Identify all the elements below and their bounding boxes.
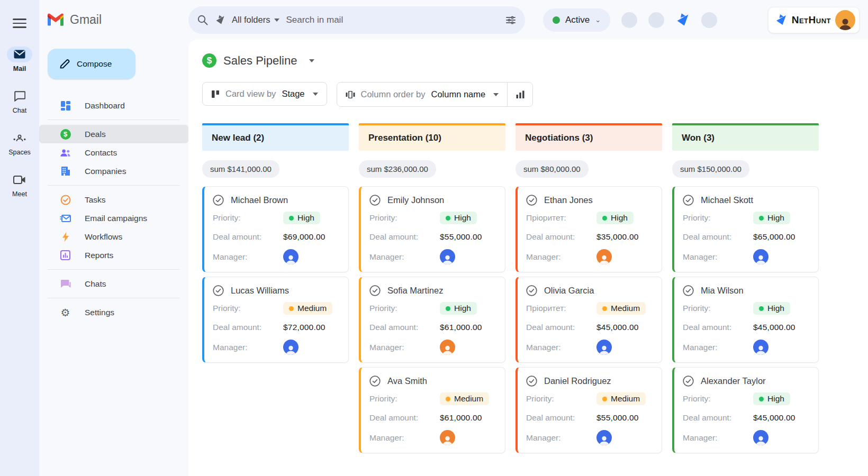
manager-label: Manager: bbox=[369, 433, 440, 443]
sidebar-item-deals[interactable]: $ Deals bbox=[39, 125, 188, 143]
deal-amount-label: Deal amount: bbox=[213, 232, 283, 242]
priority-label: Пріоритет: bbox=[526, 213, 596, 223]
priority-badge: High bbox=[440, 302, 477, 315]
deal-card[interactable]: Ava SmithPriority:MediumDeal amount:$61,… bbox=[359, 367, 505, 453]
gmail-logo[interactable]: Gmail bbox=[39, 13, 188, 27]
sidebar-item-email-campaigns[interactable]: Email campaigns bbox=[39, 209, 188, 227]
priority-value: High bbox=[767, 394, 784, 404]
nethunt-filter-icon[interactable] bbox=[215, 15, 225, 25]
manager-label: Manager: bbox=[213, 343, 283, 352]
priority-value: High bbox=[611, 213, 628, 223]
check-circle-icon[interactable] bbox=[683, 285, 694, 296]
status-dropdown[interactable]: Active ⌄ bbox=[543, 8, 610, 32]
check-circle-icon[interactable] bbox=[369, 376, 381, 387]
deal-amount-label: Deal amount: bbox=[213, 323, 283, 332]
check-circle-icon[interactable] bbox=[213, 195, 224, 206]
sidebar-item-workflows[interactable]: Workflows bbox=[39, 227, 188, 246]
deal-amount-label: Deal amount: bbox=[369, 413, 440, 423]
column-order-dropdown[interactable]: Column order by Column name bbox=[337, 83, 508, 106]
deal-card[interactable]: Ethan JonesПріоритет:HighDeal amount:$35… bbox=[516, 186, 662, 272]
priority-value: Medium bbox=[611, 304, 640, 313]
search-input[interactable]: Search in mail bbox=[286, 15, 499, 25]
placeholder-icon[interactable] bbox=[621, 12, 637, 28]
check-circle-icon[interactable] bbox=[683, 195, 694, 206]
manager-avatar[interactable] bbox=[283, 249, 299, 264]
manager-avatar[interactable] bbox=[753, 430, 768, 445]
check-circle-icon[interactable] bbox=[526, 285, 537, 296]
manager-label: Manager: bbox=[526, 343, 596, 352]
hamburger-menu-icon[interactable] bbox=[13, 16, 26, 31]
board-chart-button[interactable] bbox=[508, 83, 532, 106]
priority-dot-icon bbox=[759, 397, 764, 401]
manager-avatar[interactable] bbox=[440, 249, 455, 264]
rail-item-chat[interactable]: Chat bbox=[7, 88, 32, 114]
column-header[interactable]: Won (3) bbox=[672, 123, 819, 151]
sidebar-item-chats[interactable]: Chats bbox=[39, 274, 188, 293]
search-icon[interactable] bbox=[197, 14, 209, 26]
check-circle-icon[interactable] bbox=[369, 285, 381, 296]
manager-label: Manager: bbox=[369, 343, 440, 352]
rail-item-spaces[interactable]: Spaces bbox=[7, 130, 32, 156]
deal-card[interactable]: Michael SkottPriority:HighDeal amount:$6… bbox=[672, 186, 819, 272]
manager-avatar[interactable] bbox=[753, 340, 768, 355]
placeholder-icon[interactable] bbox=[701, 12, 717, 28]
deal-card[interactable]: Emily JohnsonPriority:HighDeal amount:$5… bbox=[359, 186, 505, 272]
search-options-icon[interactable] bbox=[505, 14, 517, 26]
manager-avatar[interactable] bbox=[596, 430, 612, 445]
placeholder-icon[interactable] bbox=[648, 12, 664, 28]
sidebar-item-label: Reports bbox=[85, 251, 113, 260]
deal-card[interactable]: Alexander TaylorPriority:HighDeal amount… bbox=[672, 367, 819, 453]
card-view-dropdown[interactable]: Card view by Stage bbox=[202, 82, 327, 106]
priority-dot-icon bbox=[602, 216, 607, 221]
column-header[interactable]: Presentation (10) bbox=[359, 123, 505, 151]
check-circle-icon[interactable] bbox=[526, 195, 537, 206]
card-list: Michael SkottPriority:HighDeal amount:$6… bbox=[672, 186, 819, 453]
manager-avatar[interactable] bbox=[440, 430, 455, 445]
folder-filter-dropdown[interactable]: All folders bbox=[232, 15, 279, 25]
sidebar-item-settings[interactable]: ⚙ Settings bbox=[39, 303, 188, 322]
compose-button[interactable]: Compose bbox=[48, 49, 135, 79]
priority-dot-icon bbox=[602, 397, 607, 401]
sidebar-item-reports[interactable]: Reports bbox=[39, 246, 188, 264]
priority-dot-icon bbox=[289, 216, 294, 221]
column-sum-row: sum $236,000.00 bbox=[359, 160, 505, 178]
email-campaigns-icon bbox=[60, 213, 71, 224]
deal-card[interactable]: Daniel RodriguezPriority:MediumDeal amou… bbox=[516, 367, 662, 453]
search-bar[interactable]: All folders Search in mail bbox=[188, 6, 525, 34]
deal-name: Sofia Martinez bbox=[387, 286, 443, 296]
pipeline-title-dropdown[interactable]: $ Sales Pipeline bbox=[202, 53, 868, 68]
nethunt-extension-icon[interactable] bbox=[675, 13, 690, 28]
manager-avatar[interactable] bbox=[596, 340, 612, 355]
manager-avatar[interactable] bbox=[283, 340, 299, 355]
sidebar-item-tasks[interactable]: Tasks bbox=[39, 190, 188, 209]
board-column-new-lead: New lead (2)sum $141,000.00Michael Brown… bbox=[202, 123, 349, 453]
manager-avatar[interactable] bbox=[753, 249, 768, 264]
manager-avatar[interactable] bbox=[596, 249, 612, 264]
check-circle-icon[interactable] bbox=[369, 195, 381, 206]
check-circle-icon[interactable] bbox=[683, 376, 694, 387]
deal-card[interactable]: Olivia GarciaПріоритет:MediumDeal amount… bbox=[516, 277, 662, 363]
deal-card[interactable]: Lucas WilliamsPriority:MediumDeal amount… bbox=[202, 277, 349, 363]
sidebar-item-dashboard[interactable]: Dashboard bbox=[39, 96, 188, 115]
reports-icon bbox=[60, 250, 71, 261]
check-circle-icon[interactable] bbox=[526, 376, 537, 387]
rail-item-mail[interactable]: Mail bbox=[7, 47, 32, 72]
nethunt-account-chip[interactable]: NetHunt bbox=[768, 7, 860, 33]
user-avatar[interactable] bbox=[835, 10, 855, 30]
deal-card[interactable]: Mia WilsonPriority:HighDeal amount:$45,0… bbox=[672, 277, 819, 363]
priority-label: Priority: bbox=[369, 213, 440, 223]
check-circle-icon[interactable] bbox=[213, 285, 224, 296]
contacts-icon bbox=[60, 147, 71, 158]
sidebar-item-companies[interactable]: Companies bbox=[39, 162, 188, 180]
column-header[interactable]: New lead (2) bbox=[202, 123, 349, 151]
priority-badge: High bbox=[753, 212, 790, 224]
priority-dot-icon bbox=[759, 306, 764, 311]
rail-item-meet[interactable]: Meet bbox=[7, 172, 32, 198]
top-bar: Gmail All folders Search in mail bbox=[39, 0, 868, 40]
deal-card[interactable]: Sofia MartinezPriority:HighDeal amount:$… bbox=[359, 277, 505, 363]
column-header[interactable]: Negotiations (3) bbox=[516, 123, 662, 151]
deal-card[interactable]: Michael BrownPriority:HighDeal amount:$6… bbox=[202, 186, 349, 272]
manager-avatar[interactable] bbox=[440, 340, 455, 355]
bar-chart-icon bbox=[516, 90, 525, 98]
sidebar-item-contacts[interactable]: Contacts bbox=[39, 143, 188, 162]
